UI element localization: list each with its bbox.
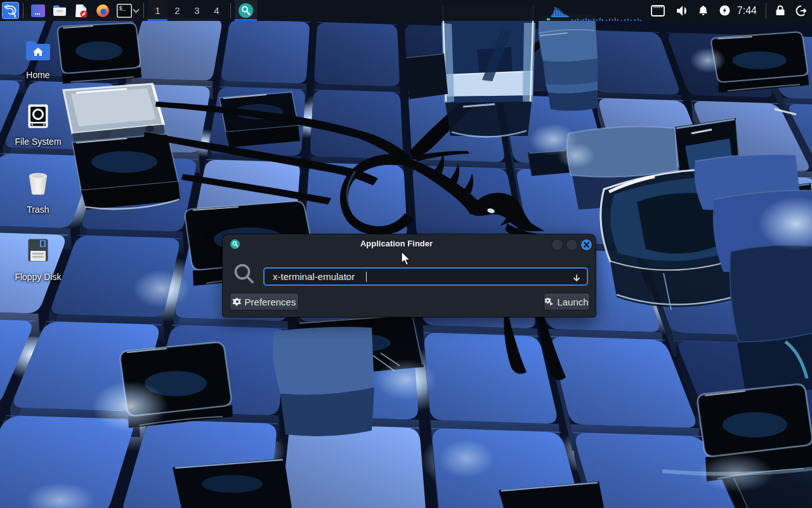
svg-text:$_: $_ <box>119 6 126 12</box>
